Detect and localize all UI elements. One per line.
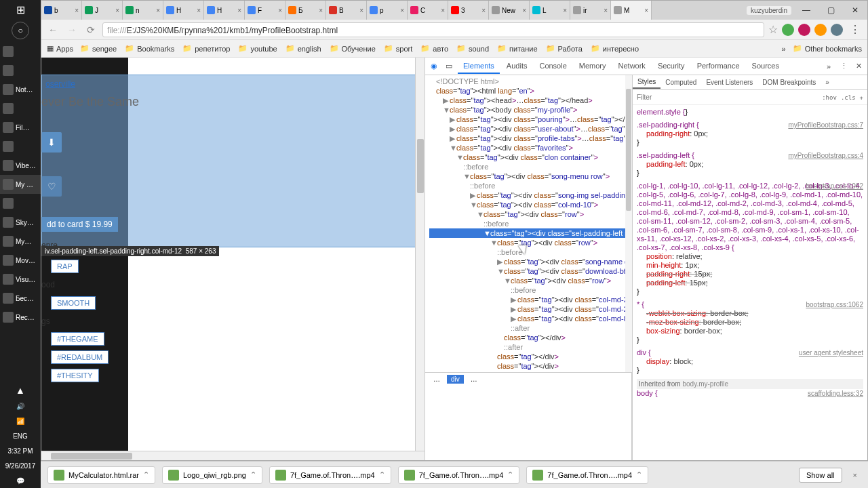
tab-close-icon[interactable]: ×: [644, 7, 648, 14]
bookmark-folder[interactable]: sport: [384, 44, 412, 53]
tab-close-icon[interactable]: ×: [563, 7, 567, 14]
devtools-tab[interactable]: Network: [613, 59, 651, 74]
back-button[interactable]: ←: [45, 22, 60, 37]
styles-subtab[interactable]: Styles: [633, 76, 660, 89]
devtools-settings-icon[interactable]: ⋮: [837, 60, 850, 73]
bookmark-folder[interactable]: sound: [456, 44, 489, 53]
tab-close-icon[interactable]: ×: [115, 7, 119, 14]
devtools-tab[interactable]: Elements: [458, 59, 500, 74]
taskbar-app[interactable]: [0, 61, 41, 80]
show-all-button[interactable]: Show all: [799, 468, 842, 483]
tab-close-icon[interactable]: ×: [441, 7, 445, 14]
address-bar[interactable]: file:///E:/JS%20КМБ/группа%201/kmb1/myPr…: [102, 22, 764, 37]
crumb-selected[interactable]: div: [447, 375, 464, 384]
devtools-tab[interactable]: Audits: [501, 59, 533, 74]
browser-tab[interactable]: H×: [204, 1, 245, 20]
tab-close-icon[interactable]: ×: [359, 7, 363, 14]
page-scrollbar-vertical[interactable]: [415, 58, 425, 451]
page-artist-link[interactable]: oserville: [45, 79, 75, 89]
taskbar-app[interactable]: Fil…: [0, 118, 41, 137]
browser-tab[interactable]: p×: [367, 1, 408, 20]
download-item[interactable]: Logo_qiwi_rgb.png⌃: [162, 466, 262, 484]
start-button[interactable]: ⊞: [0, 0, 41, 19]
taskbar-app[interactable]: [0, 194, 41, 213]
extension-icon[interactable]: [782, 24, 794, 36]
bookmark-folder[interactable]: english: [285, 44, 321, 53]
chevron-up-icon[interactable]: ⌃: [379, 470, 385, 479]
tab-close-icon[interactable]: ×: [278, 7, 282, 14]
extension-icon[interactable]: [814, 24, 827, 36]
reload-button[interactable]: ⟳: [83, 22, 98, 37]
browser-tab[interactable]: C×: [408, 1, 448, 20]
bookmark-folder[interactable]: sengee: [80, 44, 117, 53]
tag-thegame[interactable]: #THEGAME: [51, 332, 104, 346]
browser-tab[interactable]: H×: [163, 1, 204, 20]
language-indicator[interactable]: ENG: [0, 428, 41, 443]
bookmark-folder[interactable]: Работа: [546, 44, 583, 53]
tab-close-icon[interactable]: ×: [481, 7, 486, 14]
taskbar-app[interactable]: My…: [0, 232, 41, 251]
browser-tab[interactable]: New×: [489, 1, 530, 20]
volume-icon[interactable]: 🔊: [0, 399, 41, 413]
elements-tree[interactable]: <!DOCTYPE html>class="tag"><html lang="e…: [425, 75, 632, 372]
download-item[interactable]: 7f_Game.of.Thron….mp4⌃: [398, 466, 520, 484]
taskbar-app[interactable]: Vibe…: [0, 156, 41, 175]
action-center-icon[interactable]: 💬: [0, 473, 41, 488]
device-toolbar-icon[interactable]: ▭: [443, 60, 455, 73]
browser-tab[interactable]: 3×: [448, 1, 489, 20]
elements-scrollbar[interactable]: [625, 75, 632, 372]
clock-date[interactable]: 9/26/2017: [0, 458, 41, 473]
chrome-menu-button[interactable]: ⋮: [847, 23, 863, 36]
browser-tab[interactable]: b×: [41, 1, 82, 20]
browser-tab[interactable]: F×: [245, 1, 285, 20]
extension-icon[interactable]: [831, 24, 843, 36]
bookmark-folder[interactable]: Bookmarks: [125, 44, 174, 53]
bookmark-folder[interactable]: авто: [420, 44, 448, 53]
new-rule-button[interactable]: +: [860, 94, 863, 101]
extension-icon[interactable]: [798, 24, 810, 36]
other-bookmarks[interactable]: Other bookmarks: [793, 44, 862, 53]
tab-close-icon[interactable]: ×: [319, 7, 323, 14]
add-to-cart-button[interactable]: dd to card $ 19.99: [41, 217, 118, 232]
browser-tab[interactable]: В×: [326, 1, 367, 20]
taskbar-app[interactable]: My …: [0, 175, 41, 194]
window-close-button[interactable]: ✕: [846, 1, 865, 20]
style-source-link[interactable]: bootstrap.css:1062: [806, 182, 864, 190]
breadcrumb[interactable]: … div …: [425, 372, 631, 386]
cortana-search[interactable]: ○: [12, 22, 29, 39]
taskbar-app[interactable]: Not…: [0, 80, 41, 99]
styles-subtab[interactable]: DOM Breakpoints: [757, 77, 821, 88]
styles-filter-input[interactable]: [637, 94, 818, 101]
window-maximize-button[interactable]: ▢: [821, 1, 840, 20]
tab-close-icon[interactable]: ×: [156, 7, 160, 14]
style-source-link[interactable]: myProfileBootstrap.css:7: [788, 121, 863, 129]
devtools-tab[interactable]: Security: [652, 59, 690, 74]
bookmark-folder[interactable]: репетитор: [182, 44, 230, 53]
taskbar-app[interactable]: [0, 42, 41, 61]
devtools-tab[interactable]: Console: [534, 59, 572, 74]
chevron-up-icon[interactable]: ⌃: [507, 470, 513, 479]
styles-subtab[interactable]: Computed: [660, 77, 701, 88]
style-source-link[interactable]: bootstrap.css:1062: [806, 300, 864, 309]
taskbar-app[interactable]: Visu…: [0, 270, 41, 289]
download-item[interactable]: 7f_Game.of.Thron….mp4⌃: [269, 466, 391, 484]
devtools-more-tabs[interactable]: »: [823, 60, 835, 73]
devtools-tab[interactable]: Sources: [747, 59, 785, 74]
taskbar-app[interactable]: Sky…: [0, 213, 41, 232]
browser-tab[interactable]: J×: [82, 1, 123, 20]
tab-close-icon[interactable]: ×: [237, 7, 241, 14]
styles-subtab[interactable]: Event Listeners: [701, 77, 757, 88]
bookmark-folder[interactable]: интересно: [591, 44, 639, 53]
bookmark-folder[interactable]: youtube: [238, 44, 277, 53]
download-icon[interactable]: ⬇: [41, 132, 62, 152]
tag-redalbum[interactable]: #REDALBUM: [51, 350, 108, 364]
devtools-close-button[interactable]: ✕: [852, 62, 865, 70]
page-scrollbar-horizontal[interactable]: [41, 451, 425, 460]
devtools-tab[interactable]: Performance: [692, 59, 745, 74]
tag-rap[interactable]: RAP: [51, 260, 79, 273]
chevron-up-icon[interactable]: ⌃: [636, 470, 642, 479]
download-item[interactable]: 7f_Game.of.Thron….mp4⌃: [526, 466, 648, 484]
devtools-tab[interactable]: Memory: [574, 59, 612, 74]
tab-close-icon[interactable]: ×: [400, 7, 404, 14]
crumb-ellipsis[interactable]: …: [429, 375, 444, 384]
